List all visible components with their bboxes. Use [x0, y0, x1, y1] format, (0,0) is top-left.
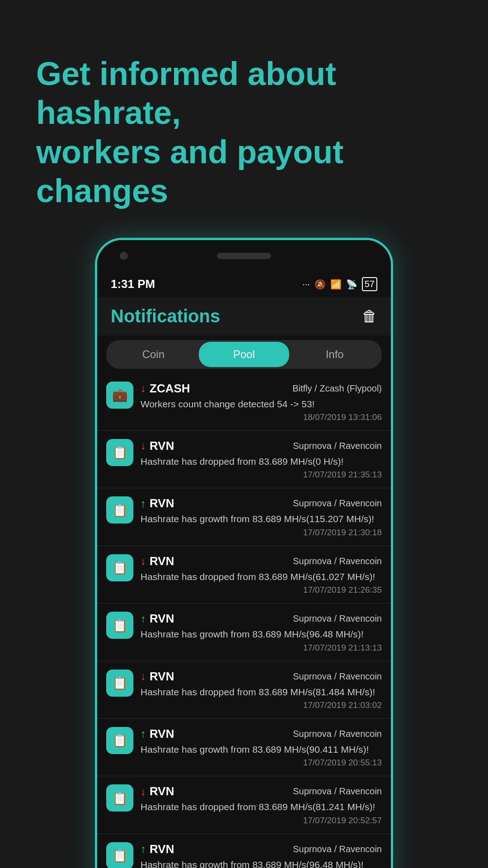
notification-item-5[interactable]: 📋 ↑ RVN Suprnova / Ravencoin Hashrate ha…	[97, 604, 391, 661]
coin-name-6: RVN	[150, 670, 174, 684]
notif-time-4: 17/07/2019 21:26:35	[141, 585, 382, 595]
notif-content-8: ↓ RVN Suprnova / Ravencoin Hashrate has …	[141, 784, 382, 825]
arrow-down-icon: ↓	[141, 555, 146, 567]
arrow-down-icon: ↓	[141, 382, 146, 395]
notif-time-7: 17/07/2019 20:55:13	[141, 758, 382, 768]
arrow-down-icon: ↓	[141, 785, 146, 798]
notif-icon-3: 📋	[106, 496, 133, 524]
notification-item-1[interactable]: 💼 ↓ ZCASH Bitfly / Zcash (Flypool) Worke…	[97, 373, 391, 431]
notif-coin-5: ↑ RVN	[141, 612, 174, 626]
notif-header-4: ↓ RVN Suprnova / Ravencoin	[141, 554, 382, 568]
notif-content-3: ↑ RVN Suprnova / Ravencoin Hashrate has …	[141, 496, 382, 537]
notif-header-2: ↓ RVN Suprnova / Ravencoin	[141, 439, 382, 453]
notification-item-4[interactable]: 📋 ↓ RVN Suprnova / Ravencoin Hashrate ha…	[97, 546, 391, 604]
notif-coin-9: ↑ RVN	[141, 842, 174, 856]
notif-pool-4: Suprnova / Ravencoin	[293, 556, 382, 566]
notif-pool-7: Suprnova / Ravencoin	[293, 729, 382, 739]
notification-item-6[interactable]: 📋 ↓ RVN Suprnova / Ravencoin Hashrate ha…	[97, 661, 391, 719]
headline-line2: workers and payout changes	[36, 134, 343, 209]
notif-pool-8: Suprnova / Ravencoin	[293, 786, 382, 797]
notif-header-5: ↑ RVN Suprnova / Ravencoin	[141, 612, 382, 626]
arrow-up-icon: ↑	[141, 497, 146, 510]
mute-icon: 🔕	[314, 279, 326, 290]
signal-icon: 📶	[330, 279, 342, 290]
notif-content-4: ↓ RVN Suprnova / Ravencoin Hashrate has …	[141, 554, 382, 595]
tab-bar: Coin Pool Info	[106, 340, 382, 369]
notif-header-7: ↑ RVN Suprnova / Ravencoin	[141, 727, 382, 741]
notif-header-3: ↑ RVN Suprnova / Ravencoin	[141, 496, 382, 510]
notif-icon-4: 📋	[106, 554, 133, 581]
arrow-up-icon: ↑	[141, 613, 146, 625]
notif-content-7: ↑ RVN Suprnova / Ravencoin Hashrate has …	[141, 727, 382, 768]
phone-frame: 1:31 PM ··· 🔕 📶 📡 57 Notifications 🗑 Coi…	[95, 238, 393, 868]
coin-name-2: RVN	[150, 439, 174, 453]
notif-message-2: Hashrate has dropped from 83.689 MH/s(0 …	[141, 455, 382, 468]
app-title: Notifications	[111, 306, 220, 326]
notif-content-1: ↓ ZCASH Bitfly / Zcash (Flypool) Workers…	[141, 382, 382, 422]
arrow-up-icon: ↑	[141, 843, 146, 855]
tab-coin[interactable]: Coin	[108, 342, 199, 367]
arrow-down-icon: ↓	[141, 439, 146, 452]
front-camera	[120, 252, 128, 260]
notif-time-5: 17/07/2019 21:13:13	[141, 643, 382, 653]
notif-message-7: Hashrate has growth from 83.689 MH/s(90.…	[141, 743, 382, 756]
notif-coin-6: ↓ RVN	[141, 670, 174, 684]
notif-pool-6: Suprnova / Ravencoin	[293, 671, 382, 682]
notif-message-8: Hashrate has dropped from 83.689 MH/s(81…	[141, 800, 382, 813]
top-section: Get informed about hashrate, workers and…	[0, 0, 488, 238]
notif-time-3: 17/07/2019 21:30:18	[141, 528, 382, 538]
notif-message-9: Hashrate has growth from 83.689 MH/s(96.…	[141, 858, 382, 868]
notif-header-6: ↓ RVN Suprnova / Ravencoin	[141, 670, 382, 684]
coin-name-9: RVN	[150, 842, 174, 856]
notif-content-2: ↓ RVN Suprnova / Ravencoin Hashrate has …	[141, 439, 382, 480]
delete-all-button[interactable]: 🗑	[362, 307, 377, 325]
notif-content-5: ↑ RVN Suprnova / Ravencoin Hashrate has …	[141, 612, 382, 652]
status-bar: 1:31 PM ··· 🔕 📶 📡 57	[97, 272, 391, 297]
notif-message-6: Hashrate has dropped from 83.689 MH/s(81…	[141, 685, 382, 698]
tab-pool[interactable]: Pool	[199, 342, 290, 367]
notif-message-3: Hashrate has growth from 83.689 MH/s(115…	[141, 512, 382, 525]
coin-name-8: RVN	[150, 784, 174, 798]
app-header: Notifications 🗑	[97, 297, 391, 335]
notification-item-8[interactable]: 📋 ↓ RVN Suprnova / Ravencoin Hashrate ha…	[97, 776, 391, 834]
notif-pool-1: Bitfly / Zcash (Flypool)	[292, 383, 382, 394]
notif-message-5: Hashrate has growth from 83.689 MH/s(96.…	[141, 627, 382, 641]
battery-icon: 57	[362, 277, 377, 291]
notif-pool-5: Suprnova / Ravencoin	[293, 613, 382, 624]
notif-header-1: ↓ ZCASH Bitfly / Zcash (Flypool)	[141, 382, 382, 396]
coin-name-4: RVN	[150, 554, 174, 568]
notif-header-9: ↑ RVN Suprnova / Ravencoin	[141, 842, 382, 856]
tab-info[interactable]: Info	[289, 342, 380, 367]
notif-coin-1: ↓ ZCASH	[141, 382, 190, 396]
arrow-up-icon: ↑	[141, 727, 146, 740]
notification-item-2[interactable]: 📋 ↓ RVN Suprnova / Ravencoin Hashrate ha…	[97, 431, 391, 488]
phone-notch	[97, 240, 391, 272]
status-time: 1:31 PM	[111, 277, 155, 291]
notification-item-9[interactable]: 📋 ↑ RVN Suprnova / Ravencoin Hashrate ha…	[97, 834, 391, 868]
notification-item-7[interactable]: 📋 ↑ RVN Suprnova / Ravencoin Hashrate ha…	[97, 719, 391, 776]
notif-message-4: Hashrate has dropped from 83.689 MH/s(61…	[141, 570, 382, 583]
notification-item-3[interactable]: 📋 ↑ RVN Suprnova / Ravencoin Hashrate ha…	[97, 488, 391, 546]
phone-wrapper: 1:31 PM ··· 🔕 📶 📡 57 Notifications 🗑 Coi…	[0, 238, 488, 868]
notif-coin-7: ↑ RVN	[141, 727, 174, 741]
arrow-down-icon: ↓	[141, 670, 146, 683]
coin-name-5: RVN	[150, 612, 174, 626]
notif-message-1: Workers count change detected 54 -> 53!	[141, 397, 382, 410]
coin-name-7: RVN	[150, 727, 174, 741]
phone-speaker	[217, 253, 271, 259]
notif-coin-8: ↓ RVN	[141, 784, 174, 798]
status-icons: ··· 🔕 📶 📡 57	[302, 277, 377, 291]
notif-icon-2: 📋	[106, 439, 133, 466]
notif-header-8: ↓ RVN Suprnova / Ravencoin	[141, 784, 382, 798]
headline-line1: Get informed about hashrate,	[36, 56, 336, 131]
notification-list: 💼 ↓ ZCASH Bitfly / Zcash (Flypool) Worke…	[97, 373, 391, 868]
coin-name-3: RVN	[150, 496, 174, 510]
notif-time-8: 17/07/2019 20:52:57	[141, 816, 382, 826]
notif-icon-8: 📋	[106, 784, 133, 811]
notif-content-6: ↓ RVN Suprnova / Ravencoin Hashrate has …	[141, 670, 382, 710]
notif-coin-3: ↑ RVN	[141, 496, 174, 510]
ellipsis-icon: ···	[302, 279, 310, 289]
notif-pool-3: Suprnova / Ravencoin	[293, 498, 382, 509]
notif-content-9: ↑ RVN Suprnova / Ravencoin Hashrate has …	[141, 842, 382, 868]
notif-icon-9: 📋	[106, 842, 133, 868]
